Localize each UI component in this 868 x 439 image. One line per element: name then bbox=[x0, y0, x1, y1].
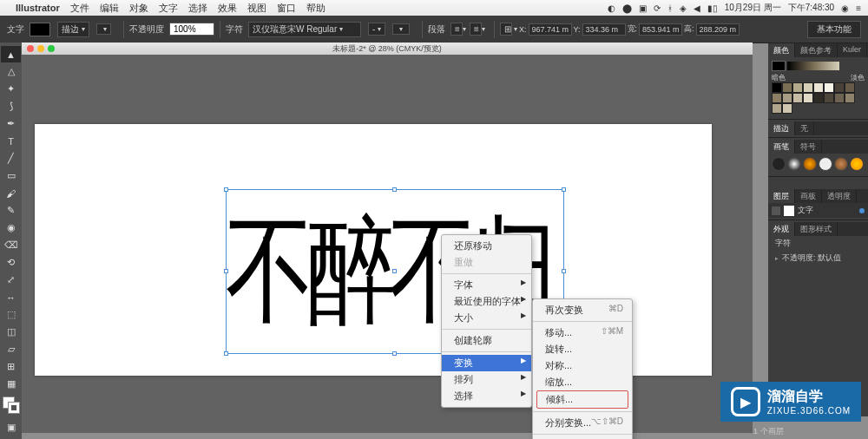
rotate-tool[interactable]: ⟲ bbox=[1, 254, 21, 271]
blob-brush-tool[interactable]: ◉ bbox=[1, 220, 21, 236]
cm-transform[interactable]: 变换 bbox=[442, 355, 531, 371]
app-name[interactable]: Illustrator bbox=[16, 3, 60, 13]
para-label[interactable]: 段落 bbox=[428, 23, 445, 36]
document-titlebar[interactable]: 未标题-2* @ 28% (CMYK/预览) bbox=[22, 43, 753, 55]
status-date[interactable]: 10月29日 周一 bbox=[725, 2, 781, 14]
brush-row[interactable] bbox=[768, 154, 868, 174]
cm-scale[interactable]: 缩放... bbox=[533, 374, 632, 390]
tab-symbols[interactable]: 符号 bbox=[795, 140, 822, 154]
brush-preset[interactable] bbox=[787, 157, 801, 171]
status-notif-icon[interactable]: ≡ bbox=[856, 3, 861, 13]
tab-kuler[interactable]: Kuler bbox=[838, 43, 867, 57]
swatch-cell[interactable] bbox=[792, 93, 803, 103]
gradient-tool[interactable]: ▦ bbox=[1, 376, 21, 392]
line-tool[interactable]: ╱ bbox=[1, 150, 21, 167]
minimize-icon[interactable] bbox=[37, 45, 44, 52]
opacity-input[interactable] bbox=[169, 23, 214, 36]
fill-swatch[interactable] bbox=[30, 23, 50, 36]
visibility-icon[interactable] bbox=[772, 206, 780, 215]
stroke-dropdown[interactable]: 描边 bbox=[57, 22, 89, 37]
brush-preset[interactable] bbox=[850, 157, 864, 171]
tab-brushes[interactable]: 画笔 bbox=[768, 140, 795, 154]
selection-handle[interactable] bbox=[392, 187, 397, 192]
cm-select[interactable]: 选择 bbox=[442, 388, 531, 404]
cm-rotate[interactable]: 旋转... bbox=[533, 341, 632, 357]
cm-arrange[interactable]: 排列 bbox=[442, 371, 531, 388]
color-ramp[interactable] bbox=[787, 62, 839, 70]
status-signal-icon[interactable]: ◈ bbox=[680, 3, 687, 13]
swatch-cell[interactable] bbox=[782, 93, 792, 103]
cm-shear[interactable]: 倾斜... bbox=[536, 390, 628, 409]
close-icon[interactable] bbox=[27, 45, 34, 52]
cm-transform-each[interactable]: 分别变换...⌥⇧⌘D bbox=[533, 415, 632, 431]
stroke-width-dropdown[interactable] bbox=[96, 23, 111, 35]
swatch-cell[interactable] bbox=[824, 93, 834, 103]
font-dropdown[interactable]: 汉仪瑞意宋W Regular bbox=[248, 22, 361, 37]
selection-handle[interactable] bbox=[562, 187, 566, 192]
type-tool[interactable]: T bbox=[1, 133, 21, 149]
direct-selection-tool[interactable]: △ bbox=[1, 63, 21, 80]
menu-type[interactable]: 文字 bbox=[159, 2, 178, 15]
selection-handle[interactable] bbox=[224, 351, 228, 356]
lasso-tool[interactable]: ⟆ bbox=[1, 98, 21, 115]
swatch-cell[interactable] bbox=[834, 93, 845, 103]
selection-handle[interactable] bbox=[392, 351, 397, 356]
swatch-grid[interactable] bbox=[772, 82, 865, 114]
cm-move[interactable]: 移动...⇧⌘M bbox=[533, 324, 632, 341]
status-sync-icon[interactable]: ⟳ bbox=[654, 3, 661, 13]
tab-graphic-styles[interactable]: 图形样式 bbox=[795, 222, 838, 236]
scale-tool[interactable]: ⤢ bbox=[1, 272, 21, 288]
selection-handle[interactable] bbox=[224, 269, 228, 273]
status-volume-icon[interactable]: ◀ bbox=[694, 3, 700, 13]
tab-color[interactable]: 颜色 bbox=[768, 43, 795, 57]
font-style-dropdown[interactable]: - bbox=[368, 23, 385, 36]
swatch-cell[interactable] bbox=[813, 82, 824, 93]
pen-tool[interactable]: ✒ bbox=[1, 115, 21, 132]
menu-view[interactable]: 视图 bbox=[247, 2, 266, 15]
eraser-tool[interactable]: ⌫ bbox=[1, 237, 21, 253]
cm-size[interactable]: 大小 bbox=[442, 310, 531, 326]
width-tool[interactable]: ↔ bbox=[1, 289, 21, 305]
free-transform-tool[interactable]: ⬚ bbox=[1, 306, 21, 323]
swatch-cell[interactable] bbox=[803, 93, 813, 103]
menu-effect[interactable]: 效果 bbox=[218, 2, 237, 15]
swatch-cell[interactable] bbox=[813, 93, 824, 103]
menu-file[interactable]: 文件 bbox=[70, 2, 89, 15]
y-input[interactable] bbox=[582, 23, 626, 36]
shape-builder-tool[interactable]: ◫ bbox=[1, 324, 21, 340]
mesh-tool[interactable]: ⊞ bbox=[1, 358, 21, 375]
pencil-tool[interactable]: ✎ bbox=[1, 202, 21, 219]
selection-tool[interactable]: ▲ bbox=[1, 46, 21, 62]
brush-preset[interactable] bbox=[834, 157, 848, 171]
tab-stroke[interactable]: 描边 bbox=[768, 121, 795, 135]
selection-handle[interactable] bbox=[562, 269, 566, 273]
color-swatch-big[interactable] bbox=[772, 61, 786, 71]
status-bell-icon[interactable]: ⬤ bbox=[622, 3, 632, 13]
menu-edit[interactable]: 编辑 bbox=[100, 2, 119, 15]
layer-row[interactable]: 文字 bbox=[768, 203, 868, 218]
brush-preset[interactable] bbox=[819, 157, 832, 171]
swatch-cell[interactable] bbox=[782, 103, 792, 114]
align-left-icon[interactable]: ≡ bbox=[450, 23, 463, 36]
swatch-cell[interactable] bbox=[845, 93, 855, 103]
x-input[interactable] bbox=[529, 23, 572, 36]
selection-handle[interactable] bbox=[224, 187, 228, 192]
appearance-char[interactable]: 字符 bbox=[768, 236, 868, 251]
canvas-area[interactable]: 不醉不归 ⮝⮝⮝ bbox=[22, 55, 753, 433]
tab-appearance[interactable]: 外观 bbox=[768, 222, 795, 236]
status-spotlight-icon[interactable]: ◉ bbox=[841, 3, 849, 13]
brush-preset[interactable] bbox=[803, 157, 817, 171]
cm-font[interactable]: 字体 bbox=[442, 277, 531, 293]
swatch-cell[interactable] bbox=[772, 93, 782, 103]
paintbrush-tool[interactable]: 🖌 bbox=[1, 185, 21, 201]
fill-stroke-swatches[interactable] bbox=[0, 396, 22, 419]
cm-recent-fonts[interactable]: 最近使用的字体 bbox=[442, 293, 531, 310]
cm-transform-again[interactable]: 再次变换⌘D bbox=[533, 302, 632, 318]
tab-artboards[interactable]: 画板 bbox=[795, 189, 822, 203]
zoom-icon[interactable] bbox=[48, 45, 55, 52]
tab-transparency[interactable]: 透明度 bbox=[822, 189, 857, 203]
char-label[interactable]: 字符 bbox=[226, 23, 243, 36]
screen-mode-tool[interactable]: ▣ bbox=[1, 419, 21, 436]
cm-create-outlines[interactable]: 创建轮廓 bbox=[442, 332, 531, 349]
perspective-tool[interactable]: ▱ bbox=[1, 341, 21, 357]
